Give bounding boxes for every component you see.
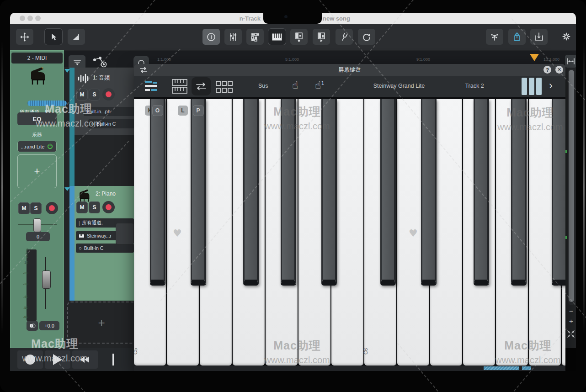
expand-view-button[interactable]: [567, 330, 575, 340]
gear-icon: [562, 32, 571, 41]
rewind-button[interactable]: [72, 350, 98, 369]
eq-button[interactable]: EQ: [17, 112, 57, 125]
zoom-out-button[interactable]: −: [569, 307, 573, 315]
black-key[interactable]: [511, 99, 527, 286]
track1-collapse-arrow[interactable]: [64, 69, 70, 73]
plugins-button[interactable]: [486, 29, 503, 45]
track1-header[interactable]: 1: 音频 M S Built-in...ph ○Built-in C: [75, 68, 134, 135]
track2-solo-button[interactable]: S: [89, 201, 100, 213]
black-key[interactable]: [552, 99, 565, 286]
sustain-toggle[interactable]: Sus: [258, 83, 268, 89]
swap-mode-button-active[interactable]: [192, 77, 211, 95]
black-key[interactable]: P: [191, 99, 206, 286]
chord-grid-button[interactable]: [215, 80, 234, 95]
pan-slider-knob[interactable]: [33, 218, 41, 232]
sidebar-mute-button[interactable]: M: [18, 202, 30, 214]
close-keyboard-button[interactable]: ✕: [555, 66, 563, 74]
add-track-dropzone[interactable]: +: [67, 302, 136, 344]
close-window-button[interactable]: [20, 16, 25, 21]
track1-record-arm-button[interactable]: [102, 88, 115, 101]
screen-keyboard-button[interactable]: [268, 29, 286, 45]
track1-input-row[interactable]: Built-in...ph: [84, 107, 137, 116]
settings-gear-button[interactable]: [562, 32, 571, 43]
black-key[interactable]: [243, 99, 259, 286]
help-button[interactable]: ?: [543, 66, 551, 74]
track1-output-row[interactable]: ○Built-in C: [88, 119, 137, 128]
track2-output-row[interactable]: ○Built-in C: [76, 244, 134, 253]
mixer-panel-button[interactable]: [144, 79, 161, 95]
sidebar-record-arm-button[interactable]: [46, 202, 58, 214]
playhead-marker[interactable]: [530, 54, 539, 61]
mixer-icon: [229, 32, 238, 42]
track1-mute-button[interactable]: M: [76, 89, 88, 101]
rewind-icon: [79, 355, 91, 364]
instrument-button[interactable]: ...rand Lite: [17, 141, 57, 152]
volume-fader-knob[interactable]: [42, 270, 51, 289]
cursor-tool-button[interactable]: [45, 29, 62, 45]
keyboard-instrument-label[interactable]: Steinway Grand Lite: [362, 83, 436, 89]
sync-loop-button[interactable]: [358, 29, 375, 45]
key-shortcut-badge: P: [193, 106, 203, 116]
mixer-button[interactable]: [224, 29, 242, 45]
track2-instrument-label: Steinway...r: [87, 233, 112, 238]
hand-pointer-icon[interactable]: ☝: [292, 79, 298, 91]
sidebar-solo-button[interactable]: S: [30, 202, 42, 214]
minimize-window-button[interactable]: [27, 16, 33, 21]
camera-notch: [263, 13, 322, 24]
octave-right-chevron[interactable]: ›: [549, 79, 553, 92]
track2-mute-button[interactable]: M: [76, 201, 88, 213]
range-indicator[interactable]: [484, 366, 519, 370]
zoom-window-button[interactable]: [35, 16, 41, 21]
track1-solo-button[interactable]: S: [89, 89, 100, 101]
play-icon: [53, 354, 62, 365]
main-toolbar: [10, 24, 576, 50]
record-button[interactable]: [17, 350, 43, 369]
import-button[interactable]: [530, 29, 548, 45]
track2-color-lane: [69, 186, 75, 301]
share-button[interactable]: [508, 29, 526, 45]
black-key[interactable]: [380, 99, 396, 286]
info-button[interactable]: [202, 29, 220, 45]
swap-arrows-icon: [195, 82, 207, 91]
track2-collapse-arrow[interactable]: [64, 187, 70, 191]
pan-value-box[interactable]: 0: [26, 232, 50, 241]
piano-keys[interactable]: C5KLC6OP: [134, 97, 565, 366]
keyboard-window-titlebar[interactable]: 屏幕键盘 ? ✕: [134, 64, 565, 76]
zoom-in-button[interactable]: +: [569, 317, 573, 325]
dual-keyboard-button[interactable]: [171, 79, 188, 96]
midi-activity-meter: [27, 101, 67, 106]
black-key[interactable]: [321, 99, 337, 286]
vertical-scrollbar-thumb[interactable]: [569, 70, 574, 302]
track2-record-arm-button[interactable]: [102, 201, 115, 213]
play-button[interactable]: [45, 350, 70, 369]
grand-piano-icon: [27, 65, 48, 86]
black-key[interactable]: [421, 99, 437, 286]
track-play-mode-button[interactable]: [313, 29, 330, 45]
track-record-mode-button[interactable]: [290, 29, 308, 45]
tuning-fork-button[interactable]: [336, 29, 353, 45]
hand-pointer-one-icon[interactable]: ☝1: [315, 79, 324, 91]
grid-view-button[interactable]: [246, 29, 264, 45]
keyboard-range-scrollbar[interactable]: [134, 366, 565, 371]
move-tool-button[interactable]: [16, 29, 33, 45]
octave-bars-button[interactable]: [522, 78, 542, 95]
fit-width-button[interactable]: [565, 55, 577, 68]
octave-bar: [522, 78, 527, 95]
midi-clip[interactable]: [116, 223, 134, 244]
power-icon: [47, 143, 53, 149]
db-scale-label: -60: [21, 315, 28, 319]
fade-tool-button[interactable]: [68, 29, 85, 45]
import-icon: [534, 32, 544, 42]
track2-name: 2: Piano: [96, 191, 116, 197]
instrument-section-label: 乐器: [10, 132, 64, 138]
add-effect-box[interactable]: +: [17, 154, 57, 188]
bar-icon: |: [79, 220, 80, 226]
keyboard-track-label[interactable]: Track 2: [454, 83, 495, 89]
black-key[interactable]: [281, 99, 296, 286]
black-key[interactable]: O: [150, 99, 165, 286]
sidebar-track-header[interactable]: 2 - MIDI: [11, 53, 63, 64]
range-indicator-small[interactable]: [522, 366, 531, 370]
db-scale-label: -6: [21, 254, 28, 259]
black-key[interactable]: [474, 99, 489, 286]
gain-value-box[interactable]: +0.0: [39, 321, 59, 330]
